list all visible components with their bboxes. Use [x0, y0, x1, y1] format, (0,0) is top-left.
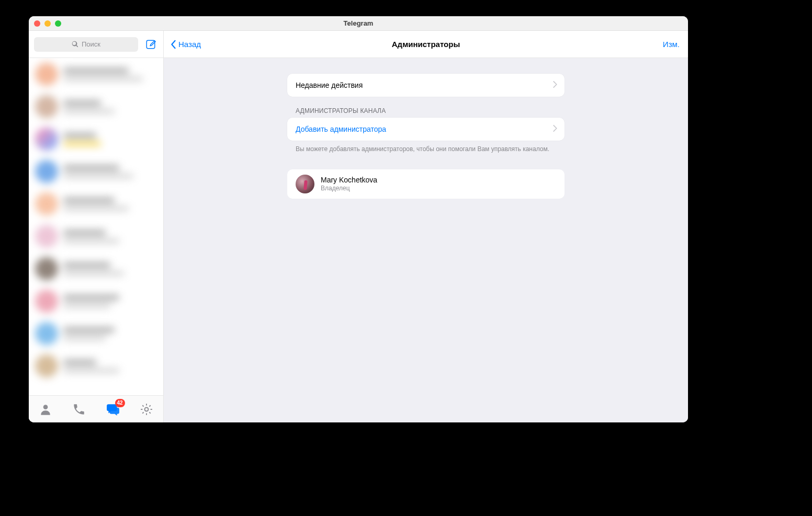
compose-button[interactable]: [143, 37, 158, 52]
sidebar-toolbar: Поиск: [29, 31, 163, 58]
back-button[interactable]: Назад: [170, 40, 201, 49]
add-admin-label: Добавить администратора: [296, 125, 386, 133]
window-close-button[interactable]: [34, 20, 40, 27]
tab-calls[interactable]: [69, 399, 89, 420]
contact-icon: [39, 403, 52, 416]
chevron-right-icon: [553, 81, 557, 89]
app-body: Поиск: [29, 31, 688, 422]
admins-section-label: АДМИНИСТРАТОРЫ КАНАЛА: [287, 97, 565, 118]
page-title: Администраторы: [392, 40, 460, 49]
main-header: Назад Администраторы Изм.: [164, 31, 688, 58]
admin-name: Mary Kochetkova: [321, 176, 377, 184]
recent-actions-group: Недавние действия: [287, 74, 565, 97]
content-area: Недавние действия АДМИНИСТРАТОРЫ КАНАЛА …: [164, 58, 688, 422]
window-title: Telegram: [344, 19, 374, 27]
search-placeholder: Поиск: [82, 40, 100, 48]
svg-point-2: [144, 407, 148, 411]
recent-actions-label: Недавние действия: [296, 81, 363, 89]
phone-icon: [72, 403, 86, 416]
back-label: Назад: [178, 40, 201, 49]
compose-icon: [145, 39, 156, 50]
chevron-right-icon: [553, 125, 557, 133]
unread-badge: 42: [115, 399, 125, 407]
search-icon: [72, 41, 78, 48]
chevron-left-icon: [170, 40, 176, 49]
admins-section-footer: Вы можете добавлять администраторов, что…: [287, 141, 565, 154]
window-controls: [34, 20, 61, 27]
svg-point-1: [43, 405, 48, 409]
window-maximize-button[interactable]: [55, 20, 61, 27]
gear-icon: [140, 403, 153, 416]
edit-button[interactable]: Изм.: [663, 40, 680, 49]
chat-list[interactable]: [29, 58, 163, 395]
avatar: [296, 175, 314, 193]
add-admin-row[interactable]: Добавить администратора: [287, 118, 565, 141]
window-minimize-button[interactable]: [44, 20, 51, 27]
sidebar-tabs: 42: [29, 395, 163, 422]
tab-chats[interactable]: 42: [103, 399, 123, 420]
titlebar[interactable]: Telegram: [29, 16, 688, 31]
admin-info: Mary Kochetkova Владелец: [321, 176, 377, 192]
tab-settings[interactable]: [136, 399, 157, 420]
tab-contacts[interactable]: [35, 399, 56, 420]
admin-role: Владелец: [321, 185, 377, 192]
app-window: Telegram Поиск: [29, 16, 688, 422]
admin-list-item[interactable]: Mary Kochetkova Владелец: [287, 169, 565, 199]
add-admin-group: Добавить администратора: [287, 118, 565, 141]
main-panel: Назад Администраторы Изм. Недавние дейст…: [164, 31, 688, 422]
search-input[interactable]: Поиск: [34, 37, 138, 52]
settings-panel: Недавние действия АДМИНИСТРАТОРЫ КАНАЛА …: [287, 74, 565, 199]
sidebar: Поиск: [29, 31, 164, 422]
recent-actions-row[interactable]: Недавние действия: [287, 74, 565, 97]
